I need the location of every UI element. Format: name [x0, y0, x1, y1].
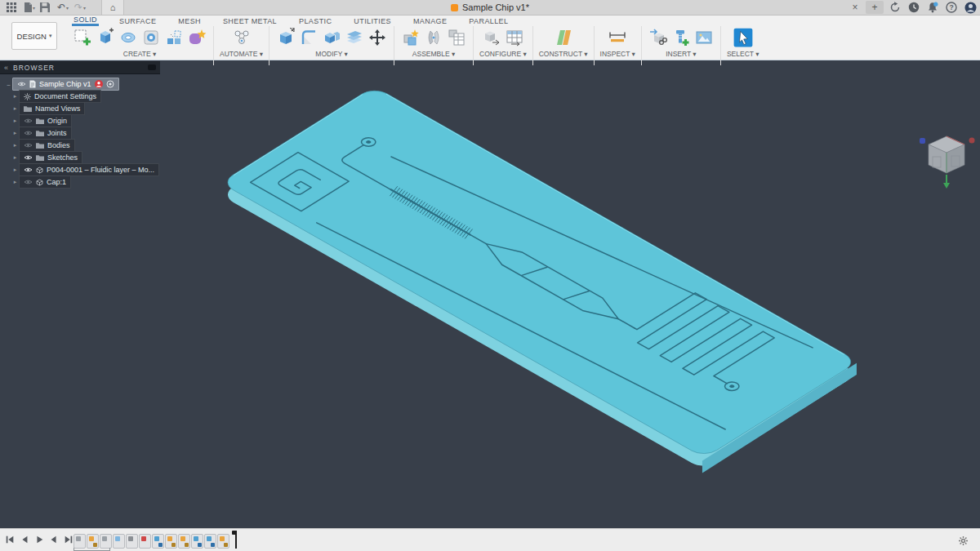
tab-surface[interactable]: SURFACE — [118, 16, 158, 26]
group-label-insert[interactable]: INSERT ▾ — [666, 50, 697, 58]
tab-utilities[interactable]: UTILITIES — [352, 16, 393, 26]
tab-mesh[interactable]: MESH — [176, 16, 203, 26]
undo-dropdown-caret[interactable]: ▾ — [66, 5, 69, 11]
browser-row-bodies[interactable]: ▸Bodies — [0, 140, 160, 151]
revolve-icon[interactable] — [118, 27, 139, 48]
play-button[interactable] — [34, 534, 44, 545]
visibility-eye-icon[interactable] — [24, 142, 33, 149]
group-label-construct[interactable]: CONSTRUCT ▾ — [539, 50, 588, 58]
app-grid-icon[interactable] — [3, 0, 20, 15]
visibility-eye-icon[interactable] — [24, 167, 33, 173]
radio-badge[interactable] — [106, 80, 114, 88]
expander-icon[interactable]: ▸ — [11, 179, 19, 185]
browser-row-origin[interactable]: ▸Origin — [0, 115, 160, 127]
expander-icon[interactable]: ▸ — [11, 142, 19, 149]
redo-dropdown-caret[interactable]: ▾ — [83, 5, 86, 11]
expander-icon[interactable]: ▸ — [11, 167, 19, 173]
help-icon[interactable]: ? — [945, 1, 958, 14]
home-icon[interactable]: ⌂ — [101, 0, 124, 15]
collapse-panel-icon[interactable]: « — [4, 64, 8, 72]
timeline-settings-gear-icon[interactable] — [958, 535, 969, 549]
group-label-automate[interactable]: AUTOMATE ▾ — [220, 50, 263, 58]
timeline-item-extrude[interactable] — [113, 534, 125, 549]
expander-icon[interactable]: ▸ — [11, 105, 19, 112]
go-to-start-button[interactable] — [5, 534, 15, 545]
tab-solid[interactable]: SOLID — [72, 14, 99, 26]
fillet-icon[interactable] — [298, 27, 319, 48]
view-cube[interactable] — [913, 123, 980, 195]
shell-icon[interactable] — [344, 27, 365, 48]
hole-icon[interactable] — [140, 27, 162, 48]
timeline-item-revolve[interactable] — [126, 534, 138, 549]
tab-sheet-metal[interactable]: SHEET METAL — [221, 16, 278, 26]
browser-row-named-views[interactable]: ▸Named Views — [0, 103, 160, 114]
visibility-eye-icon[interactable] — [24, 118, 33, 124]
measure-icon[interactable] — [607, 27, 628, 48]
profile-icon[interactable] — [964, 1, 977, 14]
timeline-item-pattern[interactable] — [204, 534, 216, 549]
browser-row-document-settings[interactable]: ▸Document Settings — [0, 91, 160, 102]
new-tab-button[interactable]: + — [866, 1, 884, 14]
timeline-item-sketch-edit[interactable] — [87, 534, 99, 549]
workspace-switcher[interactable]: DESIGN▾ — [11, 22, 57, 50]
save-icon[interactable] — [37, 0, 53, 15]
tab-manage[interactable]: MANAGE — [412, 16, 448, 26]
browser-row-joints[interactable]: ▸Joints — [0, 127, 160, 139]
step-back-button[interactable] — [20, 534, 29, 545]
tab-plastic[interactable]: PLASTIC — [297, 16, 333, 26]
bolt-icon[interactable] — [670, 27, 692, 48]
go-to-end-button[interactable] — [64, 534, 74, 545]
browser-header[interactable]: « BROWSER — [0, 61, 160, 74]
browser-row-p004-0001-fluidic-layer-mo[interactable]: ▸P004-0001 – Fluidic layer – Mo... — [0, 164, 160, 176]
group-label-modify[interactable]: MODIFY ▾ — [315, 50, 348, 58]
create-sketch-icon[interactable] — [72, 27, 93, 48]
timeline-item-pattern[interactable] — [152, 534, 164, 549]
derive-icon[interactable] — [648, 27, 669, 48]
timeline-item-feature-edit[interactable] — [165, 534, 177, 549]
visibility-eye-icon[interactable] — [24, 130, 33, 136]
browser-row-sample-chip-v1[interactable]: –Sample Chip v1 — [0, 78, 160, 90]
joint-icon[interactable] — [423, 27, 444, 48]
browser-row-cap-1[interactable]: ▸Cap:1 — [0, 176, 160, 188]
combine-icon[interactable] — [321, 27, 342, 48]
move-icon[interactable] — [367, 27, 388, 48]
group-label-assemble[interactable]: ASSEMBLE ▾ — [412, 50, 455, 58]
group-label-configure[interactable]: CONFIGURE ▾ — [479, 50, 527, 58]
browser-options-icon[interactable] — [148, 64, 156, 70]
job-status-icon[interactable] — [907, 1, 920, 14]
expander-icon[interactable]: ▸ — [11, 118, 19, 124]
timeline-item-feature-edit[interactable] — [217, 534, 229, 549]
notifications-icon[interactable] — [926, 1, 939, 14]
timeline-item-extrude-solid[interactable] — [191, 534, 203, 549]
plane-icon[interactable] — [553, 27, 574, 48]
close-tab-button[interactable]: × — [849, 2, 861, 13]
expander-icon[interactable]: ▸ — [11, 93, 19, 100]
timeline-item-sketch[interactable] — [100, 534, 112, 549]
press-pull-icon[interactable] — [275, 27, 296, 48]
timeline-item-component[interactable] — [139, 534, 151, 549]
timeline-position-marker[interactable] — [233, 532, 239, 549]
expander-icon[interactable]: – — [5, 82, 12, 87]
pattern-icon[interactable] — [163, 27, 185, 48]
timeline-item-sketch[interactable] — [74, 534, 86, 549]
group-label-create[interactable]: CREATE ▾ — [123, 50, 156, 58]
file-new-dropdown-caret[interactable]: ▾ — [33, 5, 35, 11]
configure-icon[interactable] — [481, 27, 502, 48]
select-icon[interactable] — [733, 27, 754, 48]
form-icon[interactable] — [186, 27, 207, 48]
canvas-icon[interactable] — [693, 27, 715, 48]
group-label-select[interactable]: SELECT ▾ — [727, 50, 760, 58]
expander-icon[interactable]: ▸ — [11, 130, 19, 136]
visibility-eye-icon[interactable] — [24, 179, 33, 185]
extrude-icon[interactable] — [95, 27, 116, 48]
step-forward-button[interactable] — [49, 534, 59, 545]
browser-row-sketches[interactable]: ▸Sketches — [0, 152, 160, 163]
expander-icon[interactable]: ▸ — [11, 154, 19, 161]
timeline-item-sketch-edit[interactable] — [178, 534, 190, 549]
visibility-eye-icon[interactable] — [17, 81, 26, 87]
new-component-icon[interactable] — [400, 27, 421, 48]
sync-icon[interactable] — [889, 1, 902, 14]
group-label-inspect[interactable]: INSPECT ▾ — [600, 50, 635, 58]
bom-icon[interactable] — [446, 27, 467, 48]
tab-parallel[interactable]: PARALLEL — [467, 16, 510, 26]
